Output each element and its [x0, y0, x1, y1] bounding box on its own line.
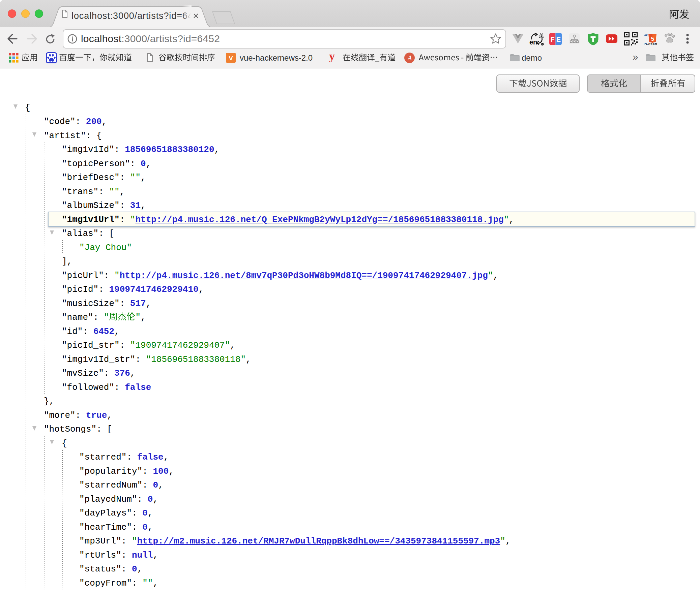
svg-text:V: V [229, 55, 233, 62]
svg-text:PLAYER: PLAYER [644, 42, 657, 45]
svg-text:A: A [407, 54, 412, 62]
svg-text:F: F [550, 36, 554, 43]
svg-text:5: 5 [651, 36, 654, 42]
svg-text:E: E [556, 36, 561, 43]
